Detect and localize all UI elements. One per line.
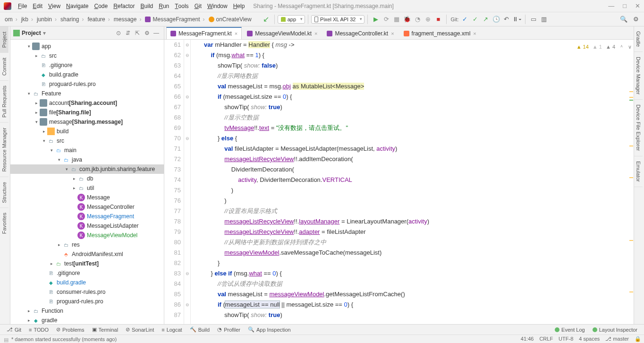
tree-node[interactable]: ▸🗀util: [10, 183, 164, 193]
tool-window-toggle-icon[interactable]: ▤: [4, 337, 8, 342]
breadcrumb[interactable]: jkb: [19, 16, 35, 23]
bottom-tab-git[interactable]: ⎇Git: [3, 326, 25, 333]
tree-node[interactable]: 🖹proguard-rules.pro: [10, 79, 164, 89]
run-config-dropdown[interactable]: app: [278, 15, 305, 24]
bottom-tab-problems[interactable]: ⊘Problems: [52, 326, 88, 333]
editor-tab[interactable]: MessageController.kt×: [322, 27, 398, 39]
lock-icon[interactable]: 🔒: [635, 336, 641, 342]
breadcrumb[interactable]: om: [3, 16, 19, 23]
tree-node[interactable]: ▸◆gradle: [10, 316, 164, 325]
sdk-icon[interactable]: ▥: [539, 14, 549, 25]
bottom-tab-sonarlint[interactable]: ⊘SonarLint: [122, 326, 158, 333]
left-tab-project[interactable]: Project: [0, 26, 8, 52]
git-commit-icon[interactable]: ✓: [470, 14, 481, 25]
menu-tools[interactable]: Tools: [172, 3, 191, 9]
git-history-icon[interactable]: 🕓: [491, 14, 501, 25]
bottom-tab-profiler[interactable]: ◔Profiler: [213, 326, 244, 333]
bottom-tab-build[interactable]: 🔨Build: [186, 326, 213, 333]
search-icon[interactable]: 🔍: [619, 14, 629, 25]
code-content[interactable]: var mHandler = Handler { msg -> if (msg.…: [191, 40, 634, 326]
tree-node[interactable]: ◆build.gradle: [10, 70, 164, 79]
menu-run[interactable]: Run: [156, 3, 172, 9]
tree-node[interactable]: ▸🗀Function: [10, 306, 164, 316]
project-tree[interactable]: ▾app▸🗀src🖹.gitignore◆build.gradle🖹progua…: [10, 40, 164, 326]
breadcrumb[interactable]: MessageFragment: [143, 16, 206, 23]
tree-node[interactable]: ◆build.gradle: [10, 278, 164, 287]
tree-node[interactable]: ⬘AndroidManifest.xml: [10, 249, 164, 259]
left-tab-pull-requests[interactable]: Pull Requests: [0, 80, 8, 122]
left-tab-commit[interactable]: Commit: [0, 52, 8, 80]
attach-icon[interactable]: ⊕: [423, 14, 433, 25]
status-widget[interactable]: CRLF: [539, 336, 553, 342]
run-icon[interactable]: ▶: [371, 14, 381, 25]
editor-body[interactable]: 6162636465666768697071727374757677787980…: [164, 40, 634, 326]
avd-icon[interactable]: ▭: [528, 14, 539, 25]
left-tab-structure[interactable]: Structure: [0, 177, 8, 208]
coverage-icon[interactable]: ▦: [391, 14, 402, 25]
close-icon[interactable]: ✕: [635, 2, 640, 9]
tree-node[interactable]: ▸🗀db: [10, 174, 164, 183]
right-tab-gradle[interactable]: Gradle: [634, 26, 643, 52]
tree-node[interactable]: KMessageViewModel: [10, 231, 164, 240]
settings-icon[interactable]: ⚙: [631, 14, 641, 25]
tree-node[interactable]: 🖹.gitignore: [10, 268, 164, 278]
tree-node[interactable]: KMessage: [10, 193, 164, 202]
editor-tab[interactable]: MessageFragment.kt×: [166, 27, 242, 39]
tree-node[interactable]: ▸file [Sharing.file]: [10, 108, 164, 117]
debug-icon[interactable]: 🐞: [402, 14, 412, 25]
tree-node[interactable]: ▸🗀src: [10, 51, 164, 60]
profile-icon[interactable]: ◔: [412, 14, 423, 25]
left-tab-resource-manager[interactable]: Resource Manager: [0, 122, 8, 177]
bottom-tab-layout-inspector[interactable]: Layout Inspector: [589, 327, 641, 333]
inspection-widget[interactable]: ▲ 14 ▲ 1 ▲ 4 ＾ ∨: [576, 42, 632, 52]
menu-edit[interactable]: Edit: [30, 3, 45, 9]
tree-node[interactable]: 🖹consumer-rules.pro: [10, 287, 164, 297]
tree-node[interactable]: ▾🗀com.jkb.junbin.sharing.feature: [10, 164, 164, 174]
panel-settings-icon[interactable]: ⚙: [142, 30, 152, 36]
rerun-icon[interactable]: ⟳: [381, 14, 391, 25]
bottom-tab-app-inspection[interactable]: 🔍App Inspection: [244, 326, 295, 333]
editor-tab[interactable]: MessageViewModel.kt×: [243, 27, 322, 39]
tree-node[interactable]: ▾🗀main: [10, 146, 164, 155]
bottom-tab-event-log[interactable]: Event Log: [551, 327, 589, 333]
tree-node[interactable]: ▸account [Sharing.account]: [10, 98, 164, 108]
tree-node[interactable]: ▸🗀res: [10, 240, 164, 249]
bottom-tab-todo[interactable]: ≡TODO: [25, 326, 52, 333]
breadcrumb[interactable]: feature: [85, 16, 111, 23]
bottom-tab-terminal[interactable]: ▣Terminal: [88, 326, 122, 333]
editor-tab[interactable]: fragment_message.xml×: [399, 27, 481, 39]
error-stripe[interactable]: [629, 40, 634, 326]
tree-node[interactable]: ▸build: [10, 127, 164, 136]
menu-refactor[interactable]: Refactor: [110, 3, 137, 9]
collapse-all-icon[interactable]: ⇱: [133, 30, 142, 36]
maximize-icon[interactable]: □: [623, 2, 627, 9]
right-tab-emulator[interactable]: Emulator: [634, 156, 643, 187]
menu-navigate[interactable]: Navigate: [63, 3, 91, 9]
breadcrumb[interactable]: onCreateView: [207, 16, 256, 23]
device-dropdown[interactable]: Pixel XL API 32: [311, 15, 364, 24]
bottom-tab-logcat[interactable]: ≡Logcat: [158, 326, 186, 333]
status-widget[interactable]: ⎇ master: [605, 336, 629, 342]
menu-window[interactable]: Window: [204, 3, 230, 9]
menu-code[interactable]: Code: [91, 3, 110, 9]
status-widget[interactable]: 41:46: [521, 336, 534, 342]
tree-node[interactable]: KMessageListAdapter: [10, 221, 164, 231]
status-widget[interactable]: 4 spaces: [579, 336, 600, 342]
git-update-icon[interactable]: ✓: [460, 14, 470, 25]
right-tab-device-manager[interactable]: Device Manager: [634, 52, 643, 100]
minimize-icon[interactable]: ―: [608, 2, 614, 9]
tree-node[interactable]: 🖹.gitignore: [10, 60, 164, 70]
git-more-icon[interactable]: ⏸▾: [512, 14, 522, 25]
left-tab-favorites[interactable]: Favorites: [0, 207, 8, 239]
hide-panel-icon[interactable]: ―: [152, 30, 161, 36]
tree-node[interactable]: ▾message [Sharing.message]: [10, 117, 164, 127]
menu-build[interactable]: Build: [138, 3, 156, 9]
menu-help[interactable]: Help: [230, 3, 248, 9]
right-tab-device-file-explorer[interactable]: Device File Explorer: [634, 100, 643, 156]
tree-node[interactable]: 🖹proguard-rules.pro: [10, 297, 164, 306]
menu-file[interactable]: File: [15, 3, 30, 9]
breadcrumb[interactable]: junbin: [35, 16, 59, 23]
stop-icon[interactable]: ■: [433, 14, 443, 25]
git-rollback-icon[interactable]: ↶: [501, 14, 512, 25]
breadcrumb[interactable]: sharing: [59, 16, 85, 23]
